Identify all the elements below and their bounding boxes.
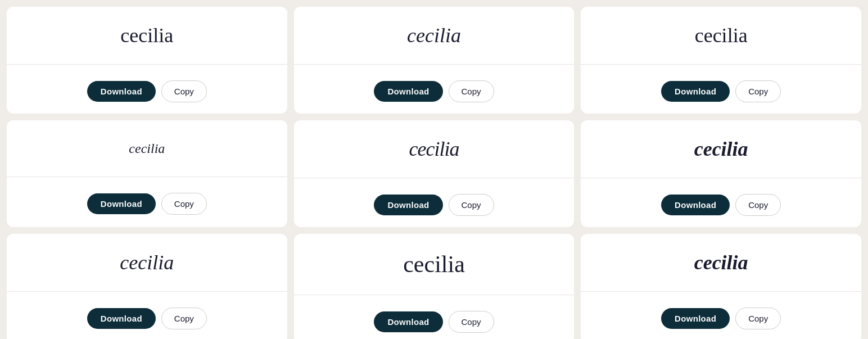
card-7-text: cecilia bbox=[120, 251, 174, 274]
card-9-preview: cecilia bbox=[581, 234, 861, 291]
card-6-actions: Download Copy bbox=[661, 194, 781, 216]
card-9-download-button[interactable]: Download bbox=[661, 308, 730, 329]
card-1-preview: cecilia bbox=[7, 7, 287, 64]
card-2-download-button[interactable]: Download bbox=[374, 81, 442, 102]
card-1-text: cecilia bbox=[120, 24, 173, 47]
card-3-copy-button[interactable]: Copy bbox=[735, 80, 781, 102]
card-8-text: cecilia bbox=[403, 251, 465, 278]
card-3-preview: cecilia bbox=[581, 7, 861, 64]
card-8-actions: Download Copy bbox=[374, 311, 494, 333]
card-8-divider bbox=[294, 295, 575, 295]
card-8: cecilia Download Copy bbox=[294, 234, 575, 339]
card-9-actions: Download Copy bbox=[661, 308, 781, 329]
card-6-preview: cecilia bbox=[581, 120, 861, 178]
card-1-actions: Download Copy bbox=[87, 80, 207, 102]
card-5-preview: cecilia bbox=[294, 120, 575, 178]
card-3: cecilia Download Copy bbox=[581, 7, 861, 114]
card-5-download-button[interactable]: Download bbox=[374, 195, 442, 215]
card-4: cecilia Download Copy bbox=[7, 120, 287, 227]
card-4-preview: cecilia bbox=[7, 120, 287, 177]
card-6: cecilia Download Copy bbox=[581, 120, 861, 227]
card-8-download-button[interactable]: Download bbox=[374, 311, 442, 332]
card-3-divider bbox=[581, 64, 861, 65]
card-2-copy-button[interactable]: Copy bbox=[449, 80, 494, 102]
card-5-actions: Download Copy bbox=[374, 194, 494, 216]
card-1: cecilia Download Copy bbox=[7, 7, 287, 114]
card-5-divider bbox=[294, 178, 575, 178]
card-6-text: cecilia bbox=[694, 137, 748, 161]
card-1-copy-button[interactable]: Copy bbox=[161, 80, 207, 102]
card-4-copy-button[interactable]: Copy bbox=[161, 193, 207, 215]
card-7-copy-button[interactable]: Copy bbox=[161, 308, 207, 329]
card-7-divider bbox=[7, 291, 287, 292]
card-7: cecilia Download Copy bbox=[7, 234, 287, 339]
card-9-text: cecilia bbox=[694, 251, 748, 274]
card-2-divider bbox=[294, 64, 575, 65]
card-8-preview: cecilia bbox=[294, 234, 575, 295]
card-3-actions: Download Copy bbox=[661, 80, 781, 102]
card-9-divider bbox=[581, 291, 861, 292]
card-7-download-button[interactable]: Download bbox=[87, 308, 156, 329]
card-4-divider bbox=[7, 177, 287, 177]
card-1-divider bbox=[7, 64, 287, 65]
card-7-actions: Download Copy bbox=[87, 308, 207, 329]
card-4-text: cecilia bbox=[129, 141, 165, 156]
card-2-actions: Download Copy bbox=[374, 80, 494, 102]
card-3-text: cecilia bbox=[695, 24, 748, 47]
card-4-download-button[interactable]: Download bbox=[87, 193, 156, 214]
card-6-download-button[interactable]: Download bbox=[661, 195, 730, 215]
card-9: cecilia Download Copy bbox=[581, 234, 861, 339]
card-9-copy-button[interactable]: Copy bbox=[735, 308, 781, 329]
font-grid: cecilia Download Copy cecilia Download C… bbox=[0, 0, 868, 339]
card-6-divider bbox=[581, 178, 861, 178]
card-5-text: cecilia bbox=[409, 137, 459, 161]
card-8-copy-button[interactable]: Copy bbox=[449, 311, 494, 333]
card-2-text: cecilia bbox=[407, 24, 461, 47]
card-5-copy-button[interactable]: Copy bbox=[449, 194, 494, 216]
card-2: cecilia Download Copy bbox=[294, 7, 575, 114]
card-1-download-button[interactable]: Download bbox=[87, 81, 156, 102]
card-4-actions: Download Copy bbox=[87, 193, 207, 215]
card-6-copy-button[interactable]: Copy bbox=[735, 194, 781, 216]
card-3-download-button[interactable]: Download bbox=[661, 81, 730, 102]
card-2-preview: cecilia bbox=[294, 7, 575, 64]
card-5: cecilia Download Copy bbox=[294, 120, 575, 227]
card-7-preview: cecilia bbox=[7, 234, 287, 291]
